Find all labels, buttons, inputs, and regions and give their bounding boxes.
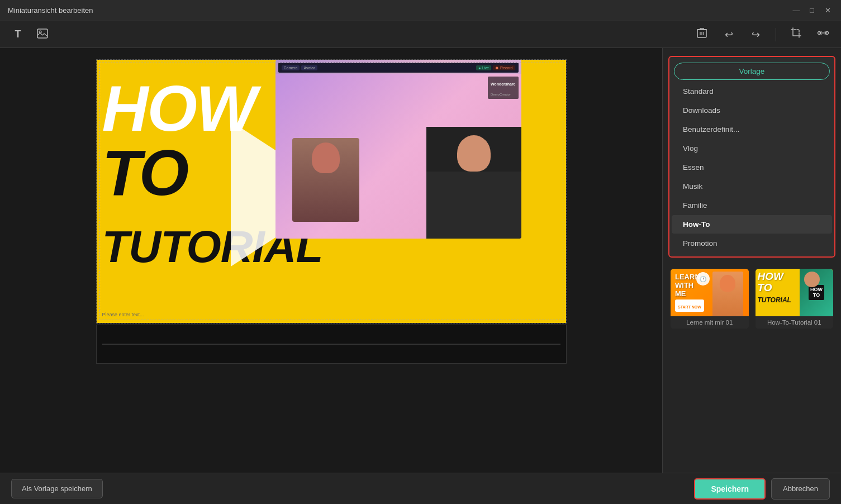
separator: [776, 28, 776, 41]
card-learn-label: Lerne mit mir 01: [671, 316, 749, 329]
transform-button[interactable]: [814, 26, 832, 44]
template-card-learn[interactable]: LEARNWITHME START NOW 🕐 Lerne mit mir 01: [671, 269, 749, 329]
title-bar: Miniaturansicht bearbeiten — □ ✕: [0, 0, 841, 21]
delete-button[interactable]: [693, 26, 711, 44]
canvas-placeholder-text: Please enter text...: [102, 312, 144, 317]
card-howto-label: How-To-Tutorial 01: [756, 316, 834, 329]
minimize-button[interactable]: —: [791, 5, 802, 16]
text-icon: T: [15, 28, 21, 40]
template-panel: Vorlage Standard Downloads Benutzerdefin…: [668, 56, 835, 258]
undo-icon: ↩: [725, 28, 733, 41]
template-item-downloads[interactable]: Downloads: [672, 101, 832, 120]
card-howto-image: HOWTO TUTORIAL HOWTO: [756, 269, 834, 316]
template-item-benutzerdefinit[interactable]: Benutzerdefinit...: [672, 120, 832, 139]
redo-icon: ↪: [752, 28, 760, 41]
template-item-standard[interactable]: Standard: [672, 82, 832, 101]
toolbar-left: T: [9, 26, 51, 44]
template-item-familie[interactable]: Familie: [672, 196, 832, 215]
templates-grid: LEARNWITHME START NOW 🕐 Lerne mit mir 01: [663, 263, 841, 473]
template-card-howto[interactable]: HOWTO TUTORIAL HOWTO: [756, 269, 834, 329]
sidebar: Vorlage Standard Downloads Benutzerdefin…: [662, 48, 841, 473]
close-button[interactable]: ✕: [822, 5, 833, 16]
window-title: Miniaturansicht bearbeiten: [8, 6, 93, 15]
bottom-bar: Als Vorlage speichern Speichern Abbreche…: [0, 473, 841, 504]
image-tool-button[interactable]: [34, 26, 51, 44]
screen-inner: Camera Avatar ● Live ⏺ Record: [275, 60, 521, 239]
card-learn-image: LEARNWITHME START NOW 🕐: [671, 269, 749, 316]
toolbar-right: ↩ ↪: [693, 26, 832, 44]
template-item-promotion[interactable]: Promotion: [672, 234, 832, 253]
maximize-button[interactable]: □: [806, 5, 818, 16]
image-icon: [37, 28, 48, 41]
bottom-right-buttons: Speichern Abbrechen: [694, 478, 830, 500]
toolbar: T ↩: [0, 21, 841, 48]
redo-button[interactable]: ↪: [747, 26, 764, 44]
timeline-strip: [96, 325, 567, 364]
thumbnail-background: HOW TO TUTORIAL Camera Avatar: [97, 60, 566, 323]
undo-button[interactable]: ↩: [720, 26, 738, 44]
title-bar-controls: — □ ✕: [791, 5, 833, 16]
svg-rect-0: [37, 29, 47, 38]
screen-mockup: Camera Avatar ● Live ⏺ Record: [275, 60, 521, 239]
delete-icon: [697, 27, 707, 41]
save-button[interactable]: Speichern: [694, 478, 766, 500]
text-tool-button[interactable]: T: [9, 26, 27, 44]
cancel-button[interactable]: Abbrechen: [771, 478, 830, 500]
template-grid-row: LEARNWITHME START NOW 🕐 Lerne mit mir 01: [671, 269, 833, 329]
canvas-wrapper: HOW TO TUTORIAL Camera Avatar: [11, 59, 651, 456]
template-item-howto[interactable]: How-To: [672, 215, 832, 234]
template-item-musik[interactable]: Musik: [672, 177, 832, 196]
transform-icon: [817, 27, 829, 41]
template-tab-vorlage[interactable]: Vorlage: [674, 63, 830, 80]
crop-button[interactable]: [787, 26, 805, 44]
canvas-text-to: TO: [102, 141, 188, 205]
canvas-area: HOW TO TUTORIAL Camera Avatar: [0, 48, 662, 473]
canvas[interactable]: HOW TO TUTORIAL Camera Avatar: [96, 59, 567, 324]
save-template-button[interactable]: Als Vorlage speichern: [11, 479, 103, 498]
template-item-vlog[interactable]: Vlog: [672, 139, 832, 158]
main-area: HOW TO TUTORIAL Camera Avatar: [0, 48, 841, 473]
crop-icon: [791, 27, 802, 41]
template-item-essen[interactable]: Essen: [672, 158, 832, 177]
